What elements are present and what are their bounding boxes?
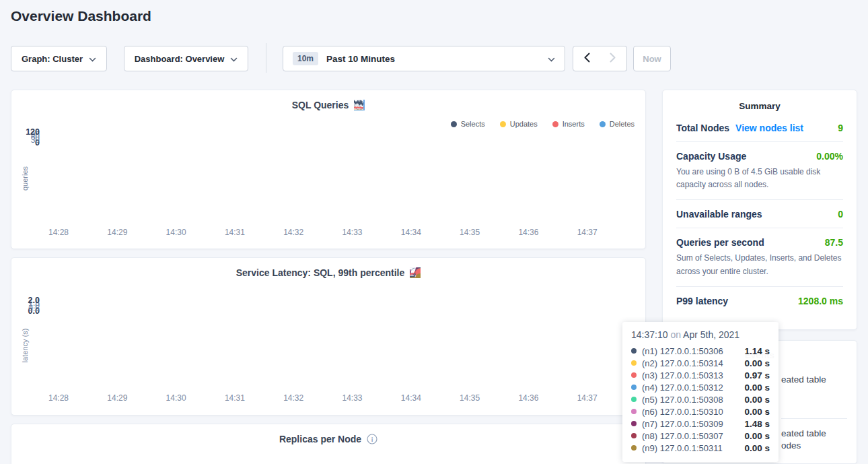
- x-tick-label: 14:37: [577, 228, 598, 237]
- tooltip-node-value: 0.00 s: [744, 431, 770, 441]
- now-button[interactable]: Now: [633, 46, 671, 71]
- summary-row-total-nodes: Total Nodes View nodes list 9: [676, 114, 843, 142]
- tooltip-row: (n4) 127.0.0.1:503120.00 s: [631, 381, 770, 393]
- overview-dashboard-page: Overview Dashboard Graph: Cluster Dashbo…: [0, 0, 868, 464]
- legend-item-selects[interactable]: Selects: [451, 120, 485, 128]
- info-icon[interactable]: i: [354, 100, 365, 110]
- summary-label: Unavailable ranges: [676, 209, 762, 220]
- time-prev-button[interactable]: [573, 46, 600, 71]
- summary-panel: Summary Total Nodes View nodes list 9 Ca…: [662, 90, 857, 330]
- chevron-right-icon: [610, 53, 616, 65]
- x-tick-label: 14:29: [107, 393, 127, 403]
- x-tick-label: 14:33: [342, 393, 362, 403]
- summary-value: 87.5: [825, 237, 843, 248]
- svg-text:i: i: [371, 436, 373, 443]
- summary-body: Total Nodes View nodes list 9 Capacity U…: [663, 111, 857, 314]
- service-latency-chart-card: Service Latency: SQL, 99th percentilei l…: [11, 257, 646, 416]
- tooltip-node-label: (n7) 127.0.0.1:50309: [642, 419, 723, 429]
- tooltip-node-value: 0.00 s: [744, 407, 770, 417]
- node-color-dot-icon: [631, 433, 637, 438]
- chart-title-text: SQL Queries: [292, 100, 349, 110]
- node-color-dot-icon: [631, 445, 637, 451]
- tooltip-node-label: (n1) 127.0.0.1:50306: [642, 346, 723, 356]
- graph-dropdown-label: Graph: Cluster: [22, 54, 83, 64]
- sql-queries-plot[interactable]: [53, 133, 626, 228]
- chart-hover-tooltip: 14:37:10 on Apr 5th, 2021 (n1) 127.0.0.1…: [622, 322, 779, 462]
- summary-value: 0.00%: [816, 151, 843, 162]
- x-tick-label: 14:35: [460, 393, 480, 403]
- x-tick-label: 14:33: [342, 228, 362, 237]
- summary-row-p99-latency: P99 latency 1208.0 ms: [676, 287, 843, 314]
- summary-value: 9: [838, 123, 843, 133]
- legend-item-inserts[interactable]: Inserts: [552, 120, 585, 128]
- service-latency-plot[interactable]: [53, 301, 626, 393]
- x-tick-label: 14:31: [225, 393, 245, 403]
- chevron-left-icon: [583, 53, 590, 65]
- graph-dropdown[interactable]: Graph: Cluster: [11, 46, 107, 71]
- dashboard-dropdown[interactable]: Dashboard: Overview: [124, 46, 248, 71]
- summary-label: Queries per second: [676, 237, 764, 248]
- tooltip-row: (n6) 127.0.0.1:503100.00 s: [631, 405, 770, 418]
- chart-title: SQL Queriesi: [11, 99, 645, 110]
- chevron-down-icon: [548, 53, 555, 65]
- chart-title-text: Service Latency: SQL, 99th percentile: [236, 267, 405, 278]
- view-nodes-list-link[interactable]: View nodes list: [735, 123, 803, 133]
- tooltip-node-label: (n8) 127.0.0.1:50307: [642, 431, 723, 441]
- tooltip-row: (n9) 127.0.0.1:503110.00 s: [631, 442, 770, 454]
- legend-label: Selects: [461, 120, 485, 128]
- summary-title: Summary: [663, 101, 857, 111]
- x-tick-label: 14:29: [107, 228, 127, 237]
- node-color-dot-icon: [631, 409, 637, 414]
- tooltip-node-value: 1.14 s: [744, 346, 770, 356]
- tooltip-node-label: (n5) 127.0.0.1:50308: [642, 395, 723, 405]
- chevron-down-icon: [230, 53, 238, 65]
- now-button-label: Now: [643, 54, 661, 64]
- x-tick-label: 14:28: [48, 228, 69, 237]
- time-next-button[interactable]: [600, 46, 627, 71]
- x-tick-label: 14:37: [577, 393, 598, 403]
- node-color-dot-icon: [631, 372, 637, 378]
- info-icon[interactable]: i: [367, 434, 377, 444]
- tooltip-node-label: (n2) 127.0.0.1:50314: [642, 358, 723, 368]
- legend-item-updates[interactable]: Updates: [500, 120, 538, 128]
- y-tick-label: 120: [26, 127, 40, 137]
- summary-label: P99 latency: [676, 296, 728, 306]
- page-title: Overview Dashboard: [11, 8, 151, 24]
- dashboard-dropdown-label: Dashboard: Overview: [135, 54, 225, 64]
- summary-description: Sum of Selects, Updates, Inserts, and De…: [676, 252, 843, 277]
- legend-dot-icon: [500, 121, 506, 127]
- tooltip-timestamp: 14:37:10 on Apr 5th, 2021: [631, 329, 770, 340]
- info-icon[interactable]: i: [410, 267, 421, 278]
- summary-label: Capacity Usage: [676, 151, 746, 162]
- x-tick-label: 14:32: [283, 393, 303, 403]
- x-tick-label: 14:28: [48, 393, 69, 403]
- x-axis-ticks: 14:2814:2914:3014:3114:3214:3314:3414:35…: [53, 393, 626, 404]
- tooltip-node-value: 0.97 s: [744, 370, 770, 380]
- x-tick-label: 14:35: [460, 228, 480, 237]
- tooltip-node-label: (n9) 127.0.0.1:50311: [642, 443, 723, 453]
- node-color-dot-icon: [631, 397, 637, 402]
- tooltip-row: (n3) 127.0.0.1:503130.97 s: [631, 369, 770, 381]
- replicas-per-node-chart-card: Replicas per Nodei: [11, 424, 646, 464]
- sql-queries-chart-card: SQL Queriesi SelectsUpdatesInsertsDelete…: [11, 90, 646, 249]
- legend-item-deletes[interactable]: Deletes: [600, 120, 635, 128]
- x-tick-label: 14:32: [283, 228, 303, 237]
- x-tick-label: 14:36: [518, 228, 538, 237]
- tooltip-node-value: 0.00 s: [744, 358, 770, 368]
- summary-row-queries-per-second: Queries per second 87.5 Sum of Selects, …: [676, 228, 843, 286]
- tooltip-node-value: 0.00 s: [744, 383, 770, 393]
- tooltip-node-label: (n3) 127.0.0.1:50313: [642, 370, 723, 380]
- summary-label: Total Nodes: [676, 123, 729, 133]
- x-axis-ticks: 14:2814:2914:3014:3114:3214:3314:3414:35…: [53, 228, 626, 238]
- summary-value: 0: [838, 209, 843, 220]
- tooltip-row: (n2) 127.0.0.1:503140.00 s: [631, 357, 770, 369]
- summary-value: 1208.0 ms: [798, 296, 843, 306]
- chart-title: Service Latency: SQL, 99th percentilei: [11, 267, 645, 278]
- toolbar-divider: [266, 43, 266, 73]
- x-tick-label: 14:34: [401, 393, 421, 403]
- summary-row-capacity-usage: Capacity Usage 0.00% You are using 0 B o…: [676, 142, 843, 200]
- time-window-dropdown[interactable]: 10m Past 10 Minutes: [283, 46, 565, 71]
- y-tick-label: 2.0: [28, 296, 40, 305]
- legend-dot-icon: [552, 121, 558, 127]
- tooltip-node-value: 0.00 s: [744, 443, 770, 453]
